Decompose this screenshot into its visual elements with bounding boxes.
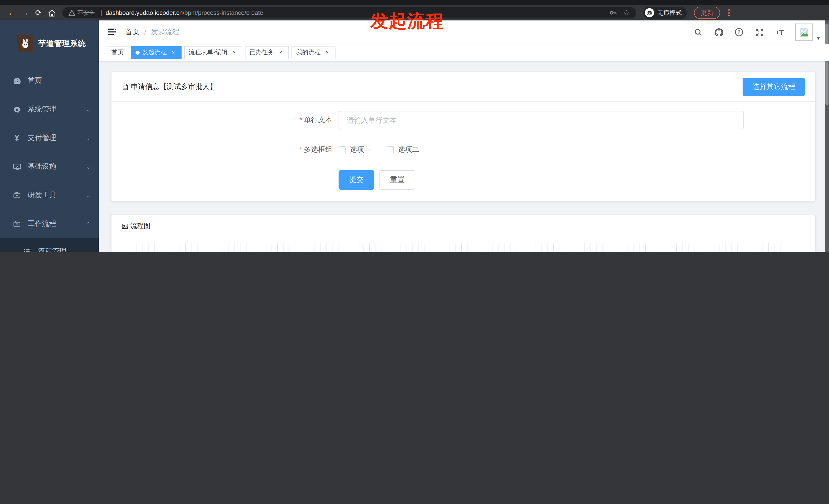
- form-actions: 提交 重置: [111, 170, 815, 190]
- bookmark-star-icon[interactable]: ☆: [623, 8, 630, 17]
- choose-other-process-button[interactable]: 选择其它流程: [743, 77, 805, 96]
- chevron-up-icon: ⌃: [86, 221, 91, 227]
- apply-info-title: 申请信息【测试多审批人】: [131, 82, 217, 91]
- sidebar: 芋道管理系统 首页 系统管理 ⌄ ¥ 支付管理 ⌄: [0, 21, 99, 252]
- single-line-text-input[interactable]: [338, 111, 744, 129]
- browser-reload-button[interactable]: ⟳: [32, 6, 45, 20]
- sidebar-item-system[interactable]: 系统管理 ⌄: [0, 95, 99, 124]
- page-content: 申请信息【测试多审批人】 选择其它流程 *单行文本 *多选框组: [99, 61, 829, 252]
- tags-view-bar: 首页 发起流程 × 流程表单-编辑 × 已办任务 × 我的流程 ×: [99, 44, 829, 61]
- yen-icon: ¥: [12, 133, 22, 143]
- tab-start-process[interactable]: 发起流程 ×: [131, 46, 182, 59]
- sidebar-collapse-button[interactable]: [105, 25, 119, 39]
- browser-update-button[interactable]: 更新: [694, 7, 720, 19]
- search-icon[interactable]: [693, 27, 703, 37]
- tab-close-icon[interactable]: ×: [170, 49, 177, 56]
- tab-close-icon[interactable]: ×: [231, 49, 238, 56]
- security-label[interactable]: 不安全: [77, 9, 95, 16]
- breadcrumb-current: 发起流程: [151, 28, 180, 37]
- sidebar-item-label: 工作流程: [28, 219, 56, 229]
- tab-label: 我的流程: [296, 48, 321, 57]
- url-host: dashboard.yudao.iocoder.cn: [106, 9, 183, 16]
- tab-done-tasks[interactable]: 已办任务 ×: [245, 46, 289, 59]
- checkbox-icon[interactable]: [338, 146, 346, 153]
- sidebar-item-home[interactable]: 首页: [0, 67, 99, 95]
- required-asterisk: *: [299, 145, 302, 153]
- github-icon[interactable]: [713, 27, 724, 37]
- browser-url-bar[interactable]: 不安全 dashboard.yudao.iocoder.cn/bpm/proce…: [62, 7, 636, 18]
- sidebar-item-label: 流程管理: [38, 247, 67, 252]
- sidebar-item-label: 首页: [28, 76, 42, 85]
- app-logo: [17, 35, 33, 52]
- sidebar-item-label: 支付管理: [28, 133, 56, 143]
- checkbox-icon[interactable]: [387, 146, 394, 153]
- incognito-icon: [645, 8, 654, 17]
- briefcase-icon: [12, 219, 22, 229]
- tab-label: 首页: [111, 48, 124, 57]
- url-path: /bpm/process-instance/create: [183, 9, 263, 16]
- font-size-icon[interactable]: TT: [775, 27, 785, 37]
- apply-form: *单行文本 *多选框组 选项一 选项二: [111, 102, 815, 190]
- screenshot-root: ← → ⟳ 不安全 dashboard.yudao.iocoder.cn/bpm…: [0, 0, 829, 252]
- tab-my-process[interactable]: 我的流程 ×: [291, 46, 335, 59]
- reset-button[interactable]: 重置: [380, 170, 415, 190]
- chevron-down-icon: ⌄: [86, 164, 91, 169]
- toolbox-icon: [12, 191, 22, 200]
- browser-forward-button[interactable]: →: [19, 6, 32, 20]
- browser-tab-strip: [0, 0, 829, 5]
- incognito-badge: 无痕模式: [643, 7, 687, 19]
- tab-label: 流程表单-编辑: [189, 48, 227, 57]
- sidebar-item-payment[interactable]: ¥ 支付管理 ⌄: [0, 124, 99, 152]
- help-icon[interactable]: ?: [734, 27, 744, 37]
- required-asterisk: *: [299, 116, 302, 124]
- url-divider: [101, 10, 102, 16]
- caret-down-icon: ▼: [816, 35, 821, 41]
- breadcrumb-home[interactable]: 首页: [125, 28, 140, 37]
- diagram-card-title: 流程图: [131, 221, 150, 231]
- image-icon: [122, 223, 129, 229]
- fullscreen-icon[interactable]: [754, 27, 764, 37]
- sidebar-item-process-management[interactable]: 流程管理 ⌄: [0, 238, 99, 252]
- field-label: *单行文本: [111, 116, 338, 125]
- home-icon: [48, 9, 56, 16]
- tab-close-icon[interactable]: ×: [277, 49, 284, 56]
- checkbox-label: 选项二: [398, 145, 419, 154]
- chevron-down-icon: ⌄: [86, 107, 91, 112]
- app-title: 芋道管理系统: [38, 39, 86, 48]
- sidebar-item-dev-tools[interactable]: 研发工具 ⌄: [0, 181, 99, 209]
- form-row-checkbox: *多选框组 选项一 选项二: [111, 141, 815, 159]
- submit-button[interactable]: 提交: [338, 170, 374, 190]
- tab-process-form-edit[interactable]: 流程表单-编辑 ×: [184, 46, 243, 59]
- bpmn-diagram: 1.1: [124, 243, 804, 252]
- browser-home-button[interactable]: [45, 6, 58, 20]
- diagram-body: 1.1: [111, 237, 815, 252]
- breadcrumb: 首页 / 发起流程: [125, 28, 180, 37]
- chevron-down-icon: ⌄: [86, 192, 91, 198]
- checkbox-option-2[interactable]: 选项二: [387, 145, 419, 154]
- browser-menu-button[interactable]: [726, 7, 732, 18]
- sidebar-item-infrastructure[interactable]: 基础设施 ⌄: [0, 152, 99, 181]
- main-area: 首页 / 发起流程 ? T: [99, 21, 829, 252]
- diagram-card-header: 流程图: [111, 215, 815, 237]
- page-scrollbar-thumb[interactable]: [825, 24, 828, 105]
- sidebar-logo-row[interactable]: 芋道管理系统: [0, 21, 99, 67]
- incognito-label: 无痕模式: [657, 8, 682, 17]
- browser-back-button[interactable]: ←: [5, 6, 19, 20]
- breadcrumb-separator: /: [144, 28, 146, 36]
- tab-close-icon[interactable]: ×: [324, 49, 331, 56]
- chevron-down-icon: ⌄: [86, 135, 91, 141]
- bpmn-canvas: 1.1: [124, 243, 804, 252]
- document-icon: [122, 83, 129, 90]
- sidebar-item-label: 研发工具: [28, 191, 56, 200]
- checkbox-option-1[interactable]: 选项一: [338, 145, 371, 154]
- list-tree-icon: [23, 247, 32, 252]
- warning-icon: [69, 10, 75, 16]
- apply-info-card: 申请信息【测试多审批人】 选择其它流程 *单行文本 *多选框组: [111, 72, 816, 202]
- sidebar-item-workflow[interactable]: 工作流程 ⌃: [0, 209, 99, 238]
- active-tab-dot: [136, 50, 140, 54]
- user-avatar[interactable]: ▼: [795, 24, 821, 41]
- gear-icon: [12, 105, 22, 114]
- tab-home[interactable]: 首页: [107, 46, 129, 59]
- workflow-submenu: 流程管理 ⌄ 任务管理 ⌃ 我的流程: [0, 238, 99, 252]
- key-icon[interactable]: [609, 9, 617, 17]
